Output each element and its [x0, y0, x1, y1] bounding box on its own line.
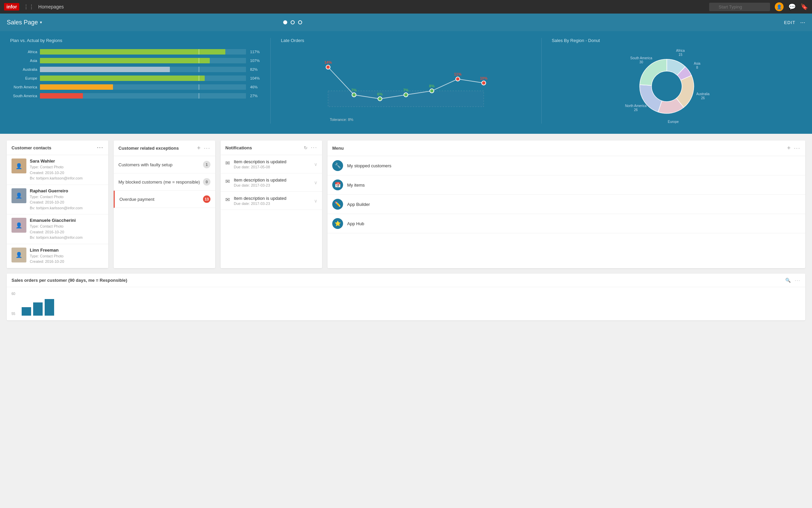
contact-name: Linn Freeman: [30, 248, 64, 253]
exception-item[interactable]: Overdue payment 13: [114, 191, 215, 208]
chart-divider-2: [541, 38, 542, 124]
line-dot: [326, 65, 330, 69]
donut-value: 30: [639, 60, 643, 64]
bottom-widget-actions: 🔍 ···: [785, 278, 800, 283]
chevron-down-icon[interactable]: ∨: [314, 198, 317, 204]
donut-segment[interactable]: [639, 59, 667, 85]
menu-more[interactable]: ···: [794, 145, 800, 151]
widgets-section: Customer contacts ··· 👤 Sara Wahler Type…: [0, 134, 812, 268]
bar-fill: [40, 58, 210, 63]
edit-button[interactable]: EDIT: [784, 20, 795, 25]
menu-item[interactable]: 🔧 My stopped customers: [328, 156, 805, 175]
bar-row: Europe 104%: [10, 76, 260, 81]
donut-chart-panel: Sales By Region - Donut Africa15Asia8Aus…: [545, 38, 802, 124]
chat-icon[interactable]: 💬: [788, 3, 796, 10]
menu-item-icon: ✏️: [332, 199, 343, 210]
donut-segment[interactable]: [639, 85, 662, 112]
bar-row: South America 27%: [10, 93, 260, 99]
contact-detail: Type: Contact PhotoCreated: 2016-10-20Bv…: [30, 164, 83, 181]
exception-label: Customers with faulty setup: [118, 162, 203, 167]
chevron-down-icon[interactable]: ∨: [314, 162, 317, 167]
notification-title: Item description is updated: [234, 159, 310, 164]
customer-exceptions-add[interactable]: +: [197, 145, 201, 152]
menu-title: Menu: [332, 146, 787, 151]
exception-badge: 1: [203, 161, 210, 168]
bar-fill: [40, 67, 170, 72]
menu-widget: Menu + ··· 🔧 My stopped customers 📅 My i…: [328, 141, 805, 268]
menu-item-label: App Builder: [347, 202, 370, 207]
customer-exceptions-more[interactable]: ···: [204, 145, 210, 151]
menu-item-label: My stopped customers: [347, 163, 391, 168]
line-chart-panel: Late Orders 14% 7% 6% 7% 8% 11% 10% Tole…: [274, 38, 538, 124]
menu-item[interactable]: 📅 My items: [328, 175, 805, 195]
chevron-down-icon[interactable]: ∨: [314, 180, 317, 185]
donut-value: 8: [696, 66, 698, 69]
notifications-list: ✉ Item description is updated Due date: …: [221, 155, 322, 210]
chart-divider-1: [270, 38, 271, 124]
search-input[interactable]: [709, 3, 770, 11]
page-title[interactable]: Sales Page ▾: [7, 19, 42, 26]
avatar[interactable]: 👤: [775, 2, 784, 11]
menu-item[interactable]: ⭐ App Hub: [328, 214, 805, 233]
bar-target: [199, 58, 199, 63]
bottom-widget-header: Sales orders per customer (90 days, me =…: [7, 274, 805, 287]
bar-track: [40, 49, 246, 55]
notification-item[interactable]: ✉ Item description is updated Due date: …: [221, 173, 322, 192]
bar-target: [199, 76, 199, 81]
refresh-icon[interactable]: ↻: [304, 145, 308, 150]
menu-header: Menu + ···: [328, 141, 805, 156]
line-label: 14%: [324, 60, 332, 64]
line-dot: [378, 97, 382, 101]
page-dot-2[interactable]: [291, 20, 295, 24]
contact-item[interactable]: 👤 Sara Wahler Type: Contact PhotoCreated…: [7, 155, 108, 185]
customer-contacts-more[interactable]: ···: [97, 145, 104, 151]
grid-icon[interactable]: ⋮⋮: [23, 4, 34, 10]
contact-avatar: 👤: [12, 248, 26, 262]
menu-item-icon: 📅: [332, 179, 343, 190]
line-label: 10%: [480, 76, 488, 80]
bar-fill: [40, 84, 113, 90]
notification-icon: ✉: [225, 178, 230, 185]
bar-label: Australia: [10, 67, 37, 71]
notification-content: Item description is updated Due date: 20…: [234, 177, 310, 187]
customer-contacts-widget: Customer contacts ··· 👤 Sara Wahler Type…: [7, 141, 108, 268]
line-dot: [430, 89, 434, 93]
line-dot: [404, 93, 408, 97]
contact-item[interactable]: 👤 Emanuele Giaccherini Type: Contact Pho…: [7, 214, 108, 244]
exception-label: Overdue payment: [119, 197, 203, 202]
search-icon-bottom[interactable]: 🔍: [785, 278, 791, 283]
bar-row: North America 46%: [10, 84, 260, 90]
page-dots: [283, 20, 302, 24]
donut-value: 26: [634, 108, 638, 112]
notification-item[interactable]: ✉ Item description is updated Due date: …: [221, 192, 322, 210]
page-dot-1[interactable]: [283, 20, 287, 24]
exception-item[interactable]: My blocked customers (me = responsible) …: [114, 173, 215, 191]
line-dot: [456, 77, 460, 81]
page-dot-3[interactable]: [298, 20, 302, 24]
notifications-more[interactable]: ···: [311, 145, 317, 151]
line-dot: [482, 81, 486, 85]
donut-label: Africa: [676, 49, 685, 52]
nav-right: 🔍 👤 💬 🔖: [709, 2, 808, 11]
donut-label: Australia: [696, 92, 709, 96]
menu-item[interactable]: ✏️ App Builder: [328, 195, 805, 214]
notification-content: Item description is updated Due date: 20…: [234, 159, 310, 169]
line-dot: [352, 93, 356, 97]
bookmark-icon[interactable]: 🔖: [800, 3, 808, 10]
bottom-section: Sales orders per customer (90 days, me =…: [0, 268, 812, 327]
exceptions-list: Customers with faulty setup 1 My blocked…: [114, 156, 215, 208]
bar-chart-title: Plan vs. Actual by Regions: [10, 38, 260, 43]
contact-item[interactable]: 👤 Raphael Guerreiro Type: Contact PhotoC…: [7, 185, 108, 215]
bottom-bars: [22, 292, 54, 316]
page-header: Sales Page ▾ EDIT ···: [0, 14, 812, 31]
exception-badge: 0: [203, 178, 210, 186]
notification-item[interactable]: ✉ Item description is updated Due date: …: [221, 155, 322, 173]
bar-label: Europe: [10, 76, 37, 80]
menu-add[interactable]: +: [787, 145, 791, 152]
bottom-widget-more[interactable]: ···: [795, 278, 800, 283]
more-menu-button[interactable]: ···: [800, 19, 805, 26]
page-actions: EDIT ···: [784, 19, 805, 26]
exception-item[interactable]: Customers with faulty setup 1: [114, 156, 215, 173]
contact-avatar: 👤: [12, 158, 26, 173]
contact-item[interactable]: 👤 Linn Freeman Type: Contact PhotoCreate…: [7, 244, 108, 268]
